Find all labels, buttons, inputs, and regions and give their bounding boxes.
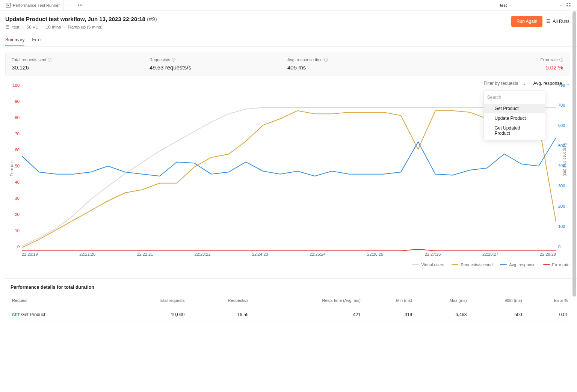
info-icon[interactable]: i [324,58,328,62]
result-tabs: Summary Error [5,37,577,47]
legend-avg-response[interactable]: Avg. response [500,262,535,267]
workspace-tab[interactable]: ▶ Performance Test Runner [2,0,64,11]
performance-details-title: Performance details for total duration [11,285,569,290]
add-tab-button[interactable]: + [65,3,74,8]
environment-label: test [500,3,507,8]
list-icon: ☰ [546,19,550,24]
run-subtitle: ☰ test · 50 VU · 10 mins · Ramp up (5 mi… [5,24,157,30]
chart-legend: Virtual users Requests/second Avg. respo… [5,262,569,267]
tab-error[interactable]: Error [32,37,42,46]
page-title: Update Product test workflow, Jun 13, 20… [5,16,157,22]
filter-option[interactable]: Get Updated Product [484,123,545,138]
chevron-down-icon: ⌄ [559,3,562,7]
legend-virtual-users[interactable]: Virtual users [412,262,444,267]
virtual-users-meta: 50 VU [27,25,39,29]
metric-requests-per-second: Requests/s i 49.63 requests/s [150,57,287,71]
tab-summary[interactable]: Summary [5,37,24,46]
x-axis: 22:20:1922:21:2022:22:2122:23:2222:24:23… [22,252,556,259]
performance-details-section: Performance details for total duration R… [5,278,577,329]
filter-by-requests-dropdown[interactable]: Filter by requests ⌄ Get Product Update … [483,81,526,86]
chart-plot-area[interactable] [22,90,556,251]
chevron-down-icon: ⌄ [566,81,569,86]
filter-option[interactable]: Update Product [484,113,545,123]
legend-error-rate[interactable]: Error rate [543,262,569,267]
workspace-tab-label: Performance Test Runner [13,3,60,8]
collection-icon: ☰ [5,24,9,30]
metric-total-requests: Total requests sent i 30,126 [12,57,150,71]
run-header: Update Product test workflow, Jun 13, 20… [5,16,577,30]
duration-meta: 10 mins [46,25,61,29]
filter-dropdown-panel: Get Product Update Product Get Updated P… [483,90,545,140]
scrollbar-thumb[interactable] [572,11,576,297]
tab-more-button[interactable]: ••• [76,3,85,7]
table-row[interactable]: GETGet Product10,04916.554213196,4635000… [11,308,569,321]
y-axis-right: 0100200300400500600700798 [558,90,569,251]
all-runs-button[interactable]: ☰ All Runs [546,19,569,24]
metrics-panel: Total requests sent i 30,126 Requests/s … [5,53,569,75]
collection-name[interactable]: test [12,25,20,29]
play-icon: ▶ [6,3,11,8]
performance-details-table: RequestTotal requestsRequests/sResp. tim… [11,296,569,321]
run-again-button[interactable]: Run Again [511,16,542,27]
environment-selector[interactable]: test ⌄ [500,3,562,8]
info-icon[interactable]: i [559,58,563,62]
filter-option[interactable]: Get Product [484,104,545,113]
y-axis-left: 0102030405060708090100 [11,90,20,251]
legend-requests-second[interactable]: Requests/second [452,262,492,267]
environment-quick-look-icon[interactable]: ☷ [566,2,571,8]
info-icon[interactable]: i [172,58,175,62]
rampup-meta: Ramp up (5 mins) [68,25,102,29]
info-icon[interactable]: i [48,58,51,62]
metric-avg-response: Avg. response time i 405 ms [287,57,425,71]
chevron-down-icon: ⌄ [523,81,526,86]
metric-error-rate: Error rate i 0.02 % [425,57,563,71]
top-bar: ▶ Performance Test Runner + ••• test ⌄ ☷ [0,0,577,11]
filter-search-input[interactable] [486,93,542,101]
